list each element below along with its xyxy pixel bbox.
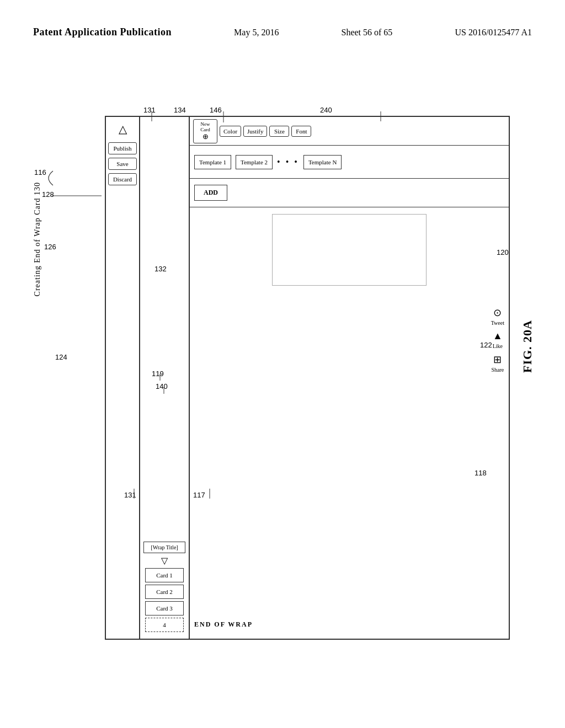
content-card bbox=[272, 214, 427, 286]
tweet-icon: ⊙ bbox=[493, 307, 502, 319]
header-date: May 5, 2016 bbox=[234, 28, 279, 38]
ref-124: 124 bbox=[55, 353, 67, 361]
discard-button[interactable]: Discard bbox=[108, 173, 137, 185]
canvas-area: ⊙ Tweet ▲ Like ⊞ Share bbox=[190, 207, 509, 639]
arrow-116 bbox=[43, 170, 54, 186]
share-item[interactable]: ⊞ Share bbox=[491, 354, 504, 373]
scroll-up-arrow[interactable]: △ bbox=[119, 122, 127, 136]
arrow-146 bbox=[212, 111, 234, 125]
ref-120: 120 bbox=[497, 248, 509, 256]
tweet-item[interactable]: ⊙ Tweet bbox=[491, 307, 504, 326]
like-icon: ▲ bbox=[493, 330, 503, 342]
new-card-label-line2: Card bbox=[196, 127, 214, 132]
diagram-container: Creating End of Wrap Card 130 116 124 12… bbox=[33, 83, 515, 640]
ref-132: 132 bbox=[154, 265, 167, 273]
tweet-label: Tweet bbox=[491, 320, 504, 326]
wrap-title-card: [Wrap Title] bbox=[143, 542, 185, 553]
content-area: New Card ⊕ Color Justify Size Font Templ… bbox=[190, 117, 509, 639]
page: Patent Application Publication May 5, 20… bbox=[0, 0, 565, 728]
ref-122: 122 bbox=[480, 341, 492, 349]
social-area: ⊙ Tweet ▲ Like ⊞ Share bbox=[491, 307, 504, 373]
justify-button[interactable]: Justify bbox=[243, 126, 267, 137]
header-patent-number: US 2016/0125477 A1 bbox=[455, 28, 532, 38]
ref-126: 126 bbox=[44, 243, 56, 251]
toolbar-strip: △ Publish Save Discard bbox=[106, 117, 140, 639]
card-1[interactable]: Card 1 bbox=[145, 568, 184, 582]
card-2[interactable]: Card 2 bbox=[145, 585, 184, 599]
ref-134: 134 bbox=[174, 106, 186, 114]
card-3[interactable]: Card 3 bbox=[145, 601, 184, 615]
new-card-icon: ⊕ bbox=[196, 132, 214, 141]
arrow-119 bbox=[152, 374, 168, 382]
card-4-dashed: 4 bbox=[145, 618, 184, 632]
add-button[interactable]: ADD bbox=[194, 185, 227, 201]
arrow-117 bbox=[201, 489, 218, 500]
publish-button[interactable]: Publish bbox=[108, 142, 137, 154]
template-1-button[interactable]: Template 1 bbox=[194, 155, 231, 169]
template-dots: • • • bbox=[277, 157, 299, 167]
header: Patent Application Publication May 5, 20… bbox=[0, 26, 565, 38]
header-sheet: Sheet 56 of 65 bbox=[341, 28, 392, 38]
arrow-240 bbox=[326, 111, 436, 125]
vertical-label: Creating End of Wrap Card 130 bbox=[33, 182, 42, 296]
like-item[interactable]: ▲ Like bbox=[493, 330, 503, 349]
share-label: Share bbox=[491, 367, 504, 373]
new-card-label-line1: New bbox=[196, 121, 214, 127]
size-button[interactable]: Size bbox=[269, 126, 289, 137]
save-button[interactable]: Save bbox=[108, 158, 137, 170]
add-row: ADD bbox=[190, 179, 509, 207]
figure-label: FIG. 20A bbox=[520, 320, 535, 373]
ref-118: 118 bbox=[475, 469, 487, 477]
template-2-button[interactable]: Template 2 bbox=[236, 155, 273, 169]
color-button[interactable]: Color bbox=[220, 126, 241, 137]
font-button[interactable]: Font bbox=[291, 126, 311, 137]
line-128 bbox=[52, 193, 107, 199]
template-n-button[interactable]: Template N bbox=[303, 155, 342, 169]
arrow-131-bottom bbox=[126, 489, 142, 500]
header-publication-title: Patent Application Publication bbox=[33, 26, 172, 38]
arrow-140 bbox=[156, 387, 172, 395]
scroll-down-arrow[interactable]: ▽ bbox=[161, 555, 168, 566]
template-row: Template 1 Template 2 • • • Template N bbox=[190, 146, 509, 179]
end-of-wrap-text: END OF WRAP bbox=[194, 620, 253, 629]
like-label: Like bbox=[493, 343, 503, 349]
share-icon: ⊞ bbox=[493, 354, 502, 366]
arrow-131-top bbox=[143, 111, 160, 122]
